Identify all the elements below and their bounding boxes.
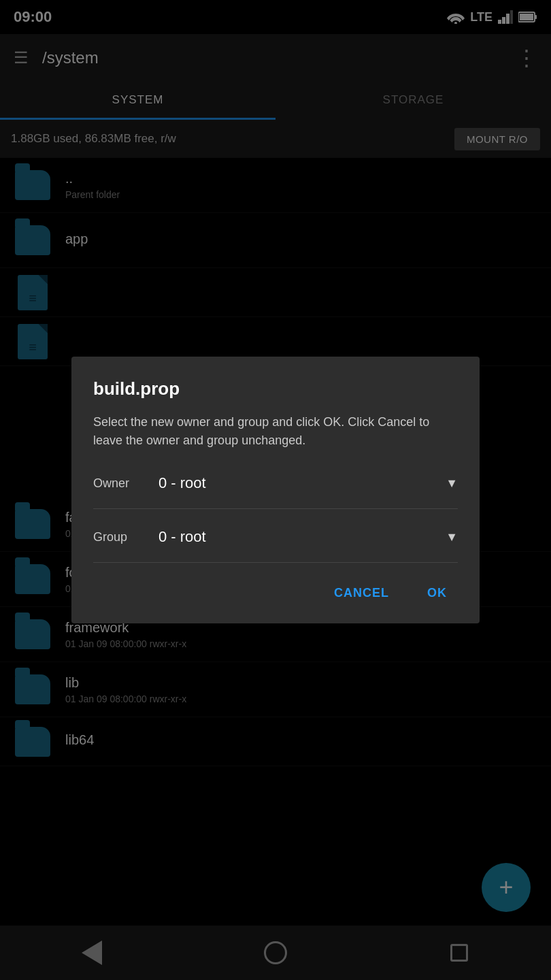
- dialog-title: build.prop: [93, 378, 458, 399]
- group-field: Group 0 - root ▼: [93, 525, 458, 549]
- owner-label: Owner: [93, 476, 148, 491]
- group-chevron-down-icon: ▼: [446, 530, 458, 544]
- dialog-message: Select the new owner and group and click…: [93, 413, 458, 450]
- cancel-button[interactable]: CANCEL: [323, 579, 400, 607]
- ok-button[interactable]: OK: [416, 579, 458, 607]
- dialog-overlay: build.prop Select the new owner and grou…: [0, 0, 551, 980]
- group-divider: [93, 562, 458, 563]
- dialog: build.prop Select the new owner and grou…: [71, 357, 480, 623]
- group-value: 0 - root: [158, 528, 206, 546]
- group-label: Group: [93, 530, 148, 544]
- group-dropdown[interactable]: 0 - root ▼: [158, 525, 458, 549]
- owner-chevron-down-icon: ▼: [446, 476, 458, 491]
- owner-value: 0 - root: [158, 474, 206, 492]
- owner-dropdown[interactable]: 0 - root ▼: [158, 472, 458, 495]
- owner-divider: [93, 508, 458, 509]
- dialog-buttons: CANCEL OK: [93, 579, 458, 607]
- owner-field: Owner 0 - root ▼: [93, 472, 458, 495]
